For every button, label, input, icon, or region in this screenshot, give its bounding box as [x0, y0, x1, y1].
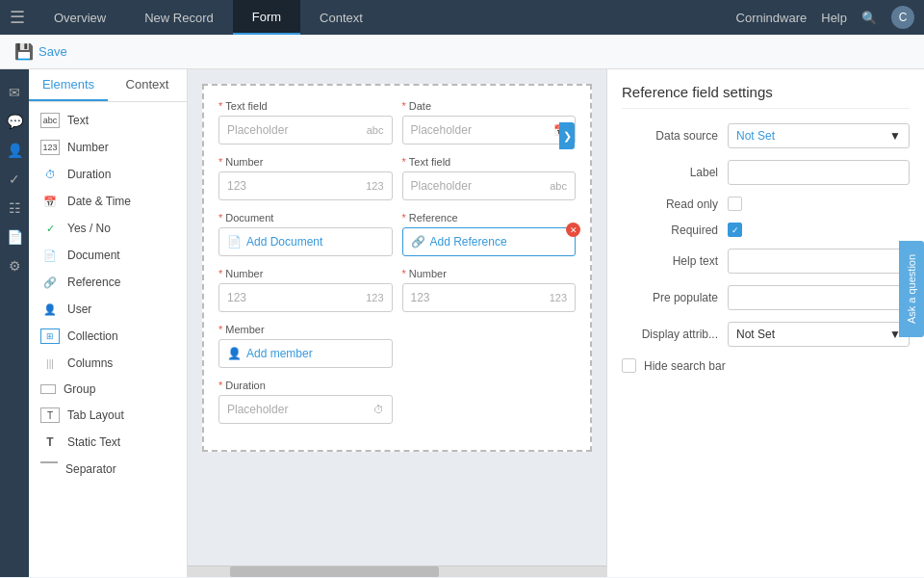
- text2-type-icon: abc: [550, 180, 567, 192]
- field-reference-input[interactable]: 🔗 Add Reference ✕: [402, 227, 577, 256]
- document-element-icon: 📄: [40, 248, 60, 263]
- sidebar-icon-document[interactable]: 📄: [1, 223, 28, 250]
- tab-context[interactable]: Context: [108, 69, 187, 101]
- field-number-input[interactable]: 123 123: [218, 171, 393, 200]
- label-input[interactable]: [728, 160, 910, 185]
- member-add-icon: 👤: [227, 347, 242, 360]
- field-date: * Date Placeholder 📅: [402, 100, 577, 144]
- field-document-input[interactable]: 📄 Add Document: [218, 227, 393, 256]
- tablayout-element-icon: T: [40, 407, 60, 423]
- sidebar-icon-settings[interactable]: ⚙: [1, 252, 28, 279]
- element-statictext[interactable]: T Static Text: [29, 429, 187, 456]
- element-user[interactable]: 👤 User: [29, 296, 187, 323]
- sidebar-icon-grid[interactable]: ☷: [1, 195, 28, 222]
- field-date-input[interactable]: Placeholder 📅: [402, 116, 577, 144]
- element-separator[interactable]: Separator: [29, 456, 187, 483]
- field-text2-input[interactable]: Placeholder abc: [402, 171, 577, 200]
- nav-tab-form[interactable]: Form: [233, 0, 300, 35]
- settings-label-value[interactable]: [728, 160, 910, 185]
- field-number3-input[interactable]: 123 123: [402, 283, 577, 312]
- ask-question-button[interactable]: Ask a question: [899, 241, 924, 337]
- nav-tab-context[interactable]: Context: [300, 0, 382, 35]
- field-duration-input[interactable]: Placeholder ⏱: [218, 395, 393, 424]
- display-attrib-dropdown[interactable]: Not Set ▼: [728, 322, 910, 347]
- collapse-panel-arrow[interactable]: ❯: [559, 122, 575, 149]
- readonly-checkbox[interactable]: [728, 197, 742, 211]
- settings-display-attrib-value[interactable]: Not Set ▼: [728, 322, 910, 347]
- element-duration[interactable]: ⏱ Duration: [29, 161, 187, 188]
- field-number2-input[interactable]: 123 123: [218, 283, 393, 312]
- sidebar-icon-tasks[interactable]: ✓: [1, 166, 28, 193]
- field-duration-label: * Duration: [218, 380, 393, 391]
- add-member-link[interactable]: 👤 Add member: [227, 347, 313, 360]
- nav-tab-new-record[interactable]: New Record: [125, 0, 233, 35]
- element-statictext-label: Static Text: [67, 435, 120, 449]
- settings-label-row: Label: [622, 160, 910, 185]
- field-member-input[interactable]: 👤 Add member: [218, 339, 393, 368]
- help-link[interactable]: Help: [821, 11, 847, 25]
- element-datetime[interactable]: 📅 Date & Time: [29, 188, 187, 215]
- display-attrib-dropdown-text: Not Set: [736, 328, 775, 341]
- statictext-element-icon: T: [40, 434, 60, 450]
- element-yesno[interactable]: ✓ Yes / No: [29, 215, 187, 242]
- settings-prepopulate-row: Pre populate: [622, 285, 910, 310]
- add-reference-label: Add Reference: [430, 235, 507, 249]
- field-reference-label-text: Reference: [409, 212, 458, 223]
- element-text[interactable]: abc Text: [29, 107, 187, 134]
- field-date-placeholder: Placeholder: [411, 123, 472, 137]
- field-reference-label: * Reference: [402, 212, 577, 223]
- sidebar-icon-chat[interactable]: 💬: [1, 108, 28, 135]
- number-element-icon: 123: [40, 140, 60, 155]
- menu-icon[interactable]: ☰: [10, 7, 25, 28]
- element-group[interactable]: Group: [29, 377, 187, 402]
- tab-elements[interactable]: Elements: [29, 69, 108, 101]
- element-columns[interactable]: ||| Columns: [29, 350, 187, 377]
- nav-tab-overview[interactable]: Overview: [35, 0, 125, 35]
- field-document: * Document 📄 Add Document: [218, 212, 393, 256]
- add-reference-link[interactable]: 🔗 Add Reference: [411, 235, 507, 249]
- settings-required-label: Required: [622, 223, 718, 237]
- add-document-label: Add Document: [246, 235, 322, 249]
- required-star: *: [218, 380, 222, 391]
- element-columns-label: Columns: [67, 356, 113, 370]
- field-text-input[interactable]: Placeholder abc: [218, 116, 393, 144]
- scrollbar-thumb[interactable]: [230, 566, 440, 577]
- sidebar-icon-team[interactable]: 👤: [1, 137, 28, 164]
- settings-data-source-value[interactable]: Not Set ▼: [728, 123, 910, 148]
- form-left-col: * Text field Placeholder abc * Number: [218, 100, 393, 435]
- settings-prepopulate-label: Pre populate: [622, 291, 718, 304]
- sidebar-icon-notifications[interactable]: ✉: [1, 79, 28, 106]
- element-document[interactable]: 📄 Document: [29, 242, 187, 269]
- datetime-element-icon: 📅: [40, 194, 60, 209]
- element-number[interactable]: 123 Number: [29, 134, 187, 161]
- element-reference[interactable]: 🔗 Reference: [29, 269, 187, 296]
- hide-search-label: Hide search bar: [644, 359, 726, 373]
- settings-required-value[interactable]: ✓: [728, 223, 910, 237]
- settings-readonly-value[interactable]: [728, 197, 910, 211]
- pre-populate-input[interactable]: [728, 285, 910, 310]
- data-source-dropdown[interactable]: Not Set ▼: [728, 123, 910, 148]
- field-number3-label: * Number: [402, 268, 577, 279]
- element-document-label: Document: [67, 249, 120, 262]
- form-area: * Text field Placeholder abc * Number: [202, 84, 592, 452]
- element-number-label: Number: [67, 141, 109, 154]
- avatar[interactable]: C: [891, 6, 914, 29]
- add-document-link[interactable]: 📄 Add Document: [227, 235, 322, 249]
- settings-prepopulate-value[interactable]: [728, 285, 910, 310]
- user-element-icon: 👤: [40, 302, 60, 317]
- help-text-input[interactable]: [728, 249, 910, 274]
- element-user-label: User: [67, 302, 91, 316]
- settings-helptext-value[interactable]: [728, 249, 910, 274]
- search-icon[interactable]: 🔍: [861, 11, 877, 25]
- group-element-icon: [40, 384, 56, 394]
- save-button[interactable]: 💾 Save: [14, 42, 67, 61]
- element-collection[interactable]: ⊞ Collection: [29, 323, 187, 350]
- hide-search-checkbox[interactable]: [622, 358, 636, 373]
- required-checkbox[interactable]: ✓: [728, 223, 742, 237]
- settings-helptext-label: Help text: [622, 254, 718, 268]
- remove-reference-button[interactable]: ✕: [566, 223, 580, 237]
- element-tablayout[interactable]: T Tab Layout: [29, 402, 187, 429]
- horizontal-scrollbar[interactable]: [188, 565, 606, 577]
- field-number3-placeholder: 123: [411, 291, 430, 304]
- nav-right: Cornindware Help 🔍 C: [736, 6, 914, 29]
